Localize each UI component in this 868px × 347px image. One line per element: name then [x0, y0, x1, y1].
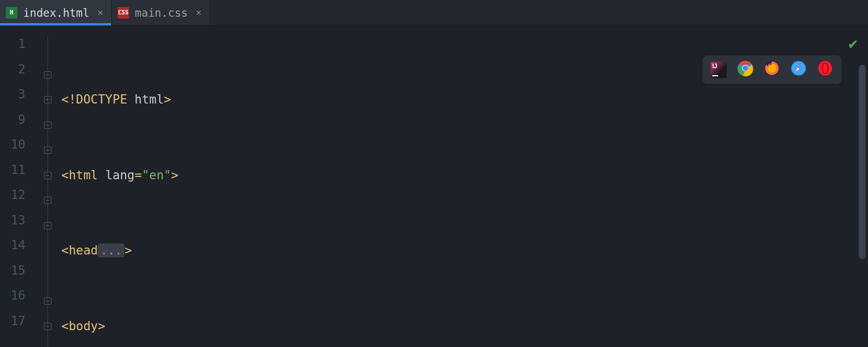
- chrome-icon[interactable]: [737, 60, 753, 79]
- text: html: [127, 93, 164, 106]
- intellij-icon[interactable]: IJ: [711, 62, 727, 78]
- punct: =: [134, 168, 142, 182]
- browser-preview-bar: IJ: [703, 56, 841, 84]
- string: "en": [142, 168, 171, 182]
- fold-collapse-icon[interactable]: −: [34, 138, 61, 163]
- fold-collapse-icon[interactable]: −: [34, 188, 61, 213]
- line-number-gutter: 1 2 3 9 10 11 12 13 14 15 16 17: [0, 25, 34, 347]
- fold-ellipsis[interactable]: ...: [98, 243, 124, 257]
- line-number: 11: [0, 163, 34, 189]
- fold-collapse-icon[interactable]: −: [34, 289, 61, 314]
- tag: body: [69, 319, 98, 333]
- tab-bar: H index.html × CSS main.css ×: [0, 0, 868, 25]
- fold-marker: [34, 238, 61, 264]
- fold-expand-icon[interactable]: +: [34, 87, 61, 113]
- punct: >: [124, 243, 132, 257]
- line-number: 16: [0, 289, 34, 314]
- code-line[interactable]: <body>: [61, 314, 868, 339]
- line-number: 3: [0, 87, 34, 113]
- tab-main-css[interactable]: CSS main.css ×: [112, 0, 210, 25]
- line-number: 14: [0, 238, 34, 264]
- punct: <: [61, 243, 69, 257]
- firefox-icon[interactable]: [764, 60, 780, 79]
- code-line[interactable]: <html lang="en">: [61, 163, 868, 189]
- fold-gutter: − + − − − − − − −: [34, 25, 61, 347]
- tag: html: [69, 168, 98, 182]
- doctype: DOCTYPE: [76, 93, 127, 106]
- fold-collapse-icon[interactable]: −: [34, 62, 61, 88]
- safari-icon[interactable]: [790, 60, 807, 79]
- fold-collapse-icon[interactable]: −: [34, 163, 61, 189]
- css-file-icon: CSS: [117, 7, 129, 19]
- line-number: 15: [0, 264, 34, 289]
- line-number: 1: [0, 37, 34, 62]
- line-number: 12: [0, 188, 34, 213]
- code-line[interactable]: <!DOCTYPE html>: [61, 87, 868, 113]
- tag: head: [69, 243, 98, 257]
- svg-point-13: [823, 63, 827, 73]
- punct: <: [61, 319, 69, 333]
- tab-index-html[interactable]: H index.html ×: [0, 0, 112, 25]
- punct: >: [98, 319, 105, 333]
- punct: >: [171, 168, 179, 182]
- fold-collapse-icon[interactable]: −: [34, 113, 61, 138]
- punct: <!: [61, 93, 76, 106]
- line-number: 13: [0, 213, 34, 239]
- close-icon[interactable]: ×: [97, 7, 103, 18]
- close-icon[interactable]: ×: [196, 7, 202, 18]
- vertical-scrollbar[interactable]: [859, 65, 866, 342]
- scrollbar-thumb[interactable]: [859, 65, 866, 259]
- html-file-icon: H: [6, 7, 17, 19]
- punct: <: [61, 168, 69, 182]
- fold-collapse-icon[interactable]: −: [34, 213, 61, 239]
- line-number: 2: [0, 62, 34, 88]
- inspection-ok-icon[interactable]: ✔: [848, 35, 858, 52]
- tab-label: index.html: [23, 6, 89, 19]
- tab-label: main.css: [135, 6, 188, 19]
- line-number: 17: [0, 314, 34, 339]
- punct: >: [164, 93, 171, 106]
- fold-collapse-icon[interactable]: −: [34, 314, 61, 339]
- fold-marker: [34, 264, 61, 289]
- opera-icon[interactable]: [817, 60, 833, 79]
- line-number: 9: [0, 113, 34, 138]
- fold-marker: [34, 37, 61, 62]
- code-line[interactable]: <head...>: [61, 238, 868, 264]
- line-number: 10: [0, 138, 34, 163]
- attr: lang: [105, 168, 135, 182]
